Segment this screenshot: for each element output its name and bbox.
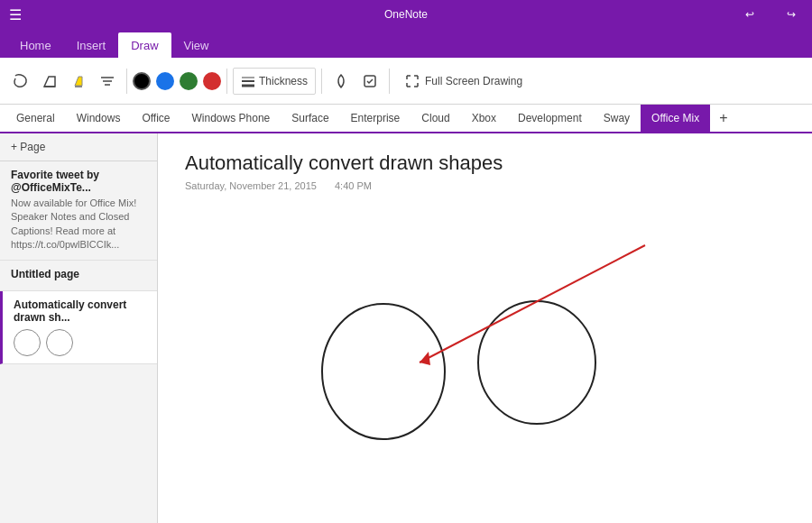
window-controls: ↩ ↪ [729, 0, 812, 29]
page-heading: Automatically convert drawn shapes [185, 151, 785, 175]
cat-tab-development[interactable]: Development [507, 105, 593, 133]
shape-convert-button[interactable] [356, 68, 383, 95]
cat-tab-cloud[interactable]: Cloud [411, 105, 460, 133]
svg-point-12 [478, 301, 595, 424]
fullscreen-label: Full Screen Drawing [425, 75, 522, 87]
fullscreen-button[interactable]: Full Screen Drawing [395, 69, 532, 93]
app-title: OneNote [384, 8, 428, 21]
separator-3 [321, 69, 322, 94]
content-area[interactable]: Automatically convert drawn shapes Satur… [158, 133, 812, 523]
select-tool-button[interactable] [7, 68, 34, 95]
title-bar: ☰ OneNote ↩ ↪ [0, 0, 812, 29]
redo-button[interactable]: ↪ [770, 0, 812, 29]
cat-tab-general[interactable]: General [5, 105, 66, 133]
drawing-canvas [185, 218, 785, 489]
separator-4 [389, 69, 390, 94]
svg-marker-2 [75, 77, 82, 86]
cat-tab-surface[interactable]: Surface [281, 105, 339, 133]
fullscreen-icon [405, 74, 420, 88]
hamburger-icon[interactable]: ☰ [9, 0, 22, 29]
tab-view[interactable]: View [171, 32, 222, 58]
drawing-area [185, 218, 785, 507]
color-red[interactable] [203, 72, 221, 90]
svg-marker-0 [44, 77, 55, 87]
page-item-favorite-tweet[interactable]: Favorite tweet by @OfficeMixTe... Now av… [0, 161, 157, 261]
cat-tab-windows[interactable]: Windows [66, 105, 132, 133]
cat-tab-enterprise[interactable]: Enterprise [340, 105, 411, 133]
page-date: Saturday, November 21, 2015 [185, 180, 317, 191]
eraser-button[interactable] [36, 68, 63, 95]
category-tabs: General Windows Office Windows Phone Sur… [0, 105, 812, 133]
color-green[interactable] [180, 72, 198, 90]
color-black[interactable] [133, 72, 151, 90]
highlight-button[interactable] [65, 68, 92, 95]
thumbnail-circle-1 [14, 329, 41, 356]
touch-mode-button[interactable] [328, 68, 355, 95]
tab-draw[interactable]: Draw [118, 32, 171, 58]
add-page-label: + Page [11, 141, 45, 153]
page-item-untitled[interactable]: Untitled page [0, 261, 157, 291]
tab-home[interactable]: Home [7, 32, 64, 58]
thumbnail-circle-2 [46, 329, 73, 356]
separator-1 [126, 69, 127, 94]
page-thumbnail [14, 329, 146, 356]
svg-line-13 [420, 245, 645, 362]
lines-icon [241, 74, 255, 88]
thickness-label: Thickness [259, 75, 308, 87]
page-meta: Saturday, November 21, 2015 4:40 PM [185, 180, 785, 191]
main-layout: + Page Favorite tweet by @OfficeMixTe...… [0, 133, 812, 523]
page-item-title: Automatically convert drawn sh... [14, 298, 146, 324]
add-tab-button[interactable]: + [710, 105, 736, 132]
cat-tab-xbox[interactable]: Xbox [461, 105, 507, 133]
page-item-auto-convert[interactable]: Automatically convert drawn sh... [0, 291, 157, 364]
separator-2 [226, 69, 227, 94]
ribbon-toolbar: Thickness Full Screen Drawing [0, 58, 812, 105]
svg-rect-3 [75, 86, 82, 87]
page-time: 4:40 PM [335, 180, 372, 191]
tab-insert[interactable]: Insert [64, 32, 119, 58]
cat-tab-windows-phone[interactable]: Windows Phone [181, 105, 281, 133]
svg-marker-14 [420, 352, 430, 365]
page-item-title: Untitled page [11, 268, 146, 280]
ribbon-tabs: Home Insert Draw View [0, 29, 812, 58]
color-blue[interactable] [156, 72, 174, 90]
page-item-title: Favorite tweet by @OfficeMixTe... [11, 169, 146, 194]
cat-tab-officemix[interactable]: Office Mix [641, 105, 710, 133]
pen-filter-button[interactable] [94, 68, 121, 95]
svg-point-11 [322, 304, 445, 439]
undo-button[interactable]: ↩ [729, 0, 770, 29]
add-page-button[interactable]: + Page [0, 133, 157, 161]
sidebar: + Page Favorite tweet by @OfficeMixTe...… [0, 133, 158, 523]
page-preview-text: Now available for Office Mix! Speaker No… [11, 197, 146, 252]
cat-tab-office[interactable]: Office [131, 105, 180, 133]
thickness-control[interactable]: Thickness [233, 68, 316, 95]
cat-tab-sway[interactable]: Sway [593, 105, 641, 133]
page-content: Automatically convert drawn shapes Satur… [158, 133, 812, 523]
